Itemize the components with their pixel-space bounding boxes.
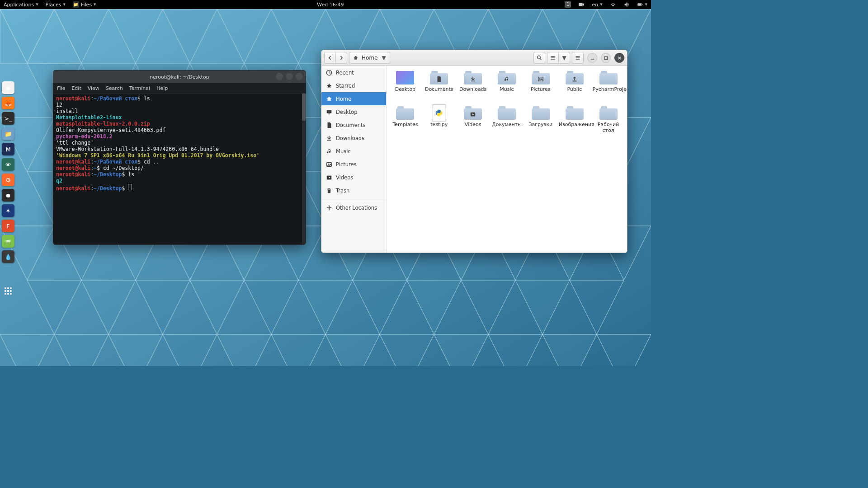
term-menu-edit[interactable]: Edit [71,85,81,91]
music-icon [326,148,332,155]
menu-places[interactable]: Places▼ [42,2,69,8]
hamburger-menu-button[interactable] [572,52,584,64]
file-item[interactable]: Pictures [524,70,557,105]
sidebar-item-documents[interactable]: Documents [321,118,386,131]
file-item[interactable]: Videos [456,105,490,140]
sidebar-item-starred[interactable]: Starred [321,79,386,92]
sidebar-item-label: Pictures [336,161,357,168]
term-menu-file[interactable]: File [57,85,65,91]
battery-icon[interactable]: ▼ [633,1,651,8]
terminal-line: neroot@kali:~/Рабочий стол$ ls [56,95,303,102]
terminal-line: 'Windows 7 SP1 x86-x64 Ru 9in1 Orig Upd … [56,152,303,159]
menu-files-app[interactable]: 📁 Files▼ [69,1,100,8]
sidebar-item-trash[interactable]: Trash [321,184,386,197]
close-button[interactable] [296,73,303,80]
volume-icon[interactable] [620,1,633,8]
top-panel: Applications▼ Places▼ 📁 Files▼ Wed 16:49… [0,0,651,9]
terminal-line: neroot@kali:~/Desktop$ [56,184,303,192]
term-menu-view[interactable]: View [88,85,99,91]
dock-metasploit[interactable]: M [2,143,14,155]
dock-owasp[interactable]: ✶ [2,204,14,217]
file-item[interactable]: Загрузки [524,105,557,140]
sidebar-item-recent[interactable]: Recent [321,66,386,79]
file-item[interactable]: Templates [388,105,422,140]
term-menu-help[interactable]: Help [156,85,168,91]
sidebar-item-other-locations[interactable]: Other Locations [321,201,386,214]
file-item[interactable]: Music [490,70,524,105]
file-item[interactable]: Public [557,70,591,105]
workspace-indicator[interactable]: 1 [561,1,575,8]
file-icon [599,70,618,85]
file-icon [566,70,584,85]
terminal-window[interactable]: neroot@kali: ~/Desktop FileEditViewSearc… [53,70,306,245]
file-icon [498,106,516,120]
file-label: Загрузки [528,122,552,127]
dock-files[interactable]: 📁 [2,127,14,140]
nav-forward-button[interactable] [335,52,347,64]
terminal-line: neroot@kali:~/Desktop$ ls [56,171,303,178]
file-icon [464,70,482,85]
menu-applications[interactable]: Applications▼ [0,2,42,8]
file-icon [396,70,414,85]
files-icon-grid[interactable]: DesktopDocumentsDownloadsMusicPicturesPu… [387,66,627,253]
svg-rect-91 [551,59,555,60]
svg-rect-84 [579,3,583,6]
file-item[interactable]: PycharmProjects [591,70,625,105]
show-applications[interactable] [2,285,14,297]
file-item[interactable]: test.py [422,105,456,140]
clock[interactable]: Wed 16:49 [313,2,347,8]
dock-notes[interactable]: ≡ [2,235,14,248]
window-maximize-button[interactable] [601,53,611,63]
dock-firefox[interactable]: 🦊 [2,97,14,109]
window-close-button[interactable] [614,53,624,63]
terminal-line: 'ttl change' [56,140,303,146]
plus-icon [326,205,332,211]
view-mode-button[interactable] [547,52,559,64]
view-options-button[interactable]: ▼ [558,52,570,64]
dock-chrome[interactable]: ◉ [2,81,14,94]
sidebar-item-home[interactable]: Home [321,92,386,105]
file-item[interactable]: Desktop [388,70,422,105]
keyboard-layout[interactable]: en▼ [588,2,606,8]
terminal-titlebar[interactable]: neroot@kali: ~/Desktop [53,70,306,83]
clock-icon [326,70,332,76]
dock-faraday[interactable]: F [2,220,14,232]
term-menu-terminal[interactable]: Terminal [129,85,151,91]
network-icon[interactable] [606,1,620,8]
dock-recorder[interactable]: ⏺ [2,189,14,202]
sidebar-item-downloads[interactable]: Downloads [321,131,386,145]
window-minimize-button[interactable] [587,53,597,63]
file-item[interactable]: Downloads [456,70,490,105]
file-item[interactable]: Документы [490,105,524,140]
file-item[interactable]: Рабочий стол [591,105,625,140]
files-window[interactable]: Home ▼ ▼ RecentStarredHomeDesktopDocumen… [321,50,627,253]
file-label: Документы [492,122,522,127]
nav-back-button[interactable] [324,52,336,64]
recorder-indicator[interactable] [575,1,588,8]
pic-icon [326,161,332,168]
sidebar-item-desktop[interactable]: Desktop [321,105,386,118]
dock: ◉🦊>_📁M👁⚙⏺✶F≡💧 [0,81,16,263]
maximize-button[interactable] [286,73,293,80]
sidebar-item-videos[interactable]: Videos [321,171,386,184]
file-label: Downloads [459,86,486,92]
file-icon [430,70,448,85]
path-button-home[interactable]: Home ▼ [349,52,390,64]
file-label: Pictures [531,86,551,92]
file-item[interactable]: Изображения [557,105,591,140]
terminal-body[interactable]: neroot@kali:~/Рабочий стол$ ls12installM… [53,94,306,244]
sidebar-item-pictures[interactable]: Pictures [321,158,386,171]
path-label: Home [362,55,377,61]
term-menu-search[interactable]: Search [106,85,123,91]
dock-zenmap[interactable]: 👁 [2,158,14,171]
sidebar-item-label: Desktop [336,109,357,115]
file-item[interactable]: Documents [422,70,456,105]
minimize-button[interactable] [276,73,283,80]
search-button[interactable] [533,52,545,64]
dock-tor[interactable]: 💧 [2,250,14,263]
dock-burp[interactable]: ⚙ [2,174,14,186]
terminal-scrollbar[interactable] [302,94,306,244]
desktop-icon [326,109,332,115]
dock-terminal[interactable]: >_ [2,112,14,125]
sidebar-item-music[interactable]: Music [321,145,386,158]
